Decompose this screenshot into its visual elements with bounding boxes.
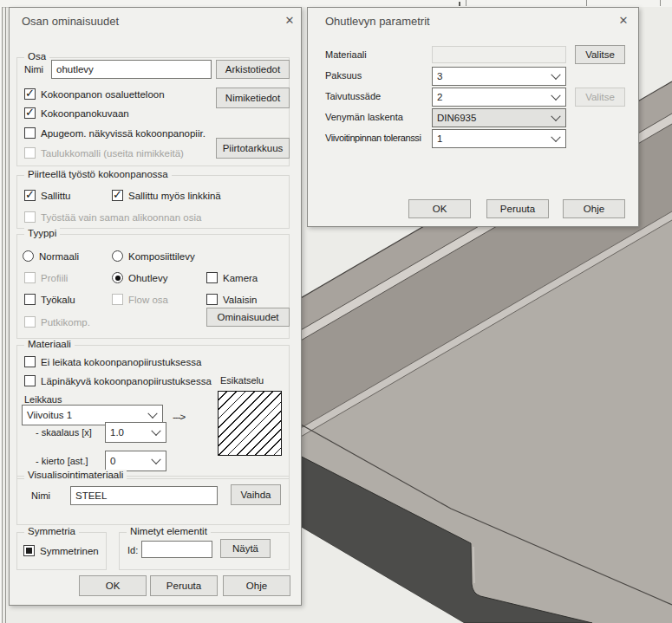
change-material-button[interactable]: Vaihda bbox=[231, 484, 281, 505]
hatch-scale-select[interactable]: 1.0 bbox=[105, 422, 166, 443]
checkbox-camera[interactable]: Kamera bbox=[206, 272, 258, 283]
select-material-button[interactable]: Valitse bbox=[575, 45, 625, 64]
thickness-label: Paksuus bbox=[325, 68, 362, 82]
id-label: Id: bbox=[127, 543, 138, 557]
group-label: Symmetria bbox=[24, 526, 79, 536]
checkbox-label: Putkikomp. bbox=[41, 317, 90, 328]
checkbox-label: Kokoonpanokuvaan bbox=[41, 108, 129, 119]
checkbox-box bbox=[24, 211, 36, 223]
checkbox-box bbox=[112, 294, 123, 305]
checkbox-box bbox=[24, 294, 36, 305]
arrow-indicator: ---> bbox=[173, 412, 185, 422]
group-label: Materiaali bbox=[24, 339, 75, 349]
radio-composite-sheet[interactable]: Komposiittilevy bbox=[112, 250, 195, 262]
part-name-input[interactable]: ohutlevy bbox=[51, 60, 212, 79]
material-input bbox=[432, 46, 566, 63]
chevron-down-icon bbox=[551, 112, 560, 121]
close-icon[interactable]: ✕ bbox=[616, 13, 631, 29]
radio-label: Normaali bbox=[39, 251, 79, 262]
chevron-down-icon bbox=[551, 133, 560, 142]
checkbox-pipe-component: Putkikomp. bbox=[24, 316, 90, 328]
checkbox-label: Valaisin bbox=[223, 295, 257, 305]
group-label: Visualisointimateriaali bbox=[24, 470, 127, 480]
name-label: Nimi bbox=[24, 62, 43, 76]
help-button[interactable]: Ohje bbox=[563, 199, 625, 218]
checkbox-assembly-partlist[interactable]: Kokoonpanon osaluetteloon bbox=[24, 88, 165, 100]
chevron-down-icon bbox=[151, 455, 160, 464]
radio-label: Komposiittilevy bbox=[128, 251, 195, 262]
radio-sheet-metal[interactable]: Ohutlevy bbox=[112, 272, 167, 283]
elongation-value: DIN6935 bbox=[437, 113, 476, 123]
checkbox-allowed-as-link[interactable]: Sallittu myös linkkinä bbox=[112, 190, 221, 201]
drawing-accuracy-button[interactable]: Piirtotarkkuus bbox=[216, 138, 290, 159]
checkbox-label: Profiili bbox=[41, 273, 68, 283]
cancel-button[interactable]: Peruuta bbox=[150, 575, 218, 596]
radio-circle bbox=[23, 250, 34, 262]
tolerance-select[interactable]: 1 bbox=[432, 129, 566, 148]
toolbar-remnant-tick bbox=[586, 0, 587, 6]
checkbox-tool[interactable]: Työkalu bbox=[24, 294, 75, 305]
close-icon[interactable]: ✕ bbox=[282, 13, 297, 29]
checkbox-label: Kokoonpanon osaluetteloon bbox=[41, 89, 165, 100]
window-edge-line bbox=[5, 7, 6, 623]
checkbox-box bbox=[24, 316, 36, 328]
tolerance-value: 1 bbox=[437, 133, 442, 144]
checkbox-profile: Profiili bbox=[24, 272, 68, 283]
checkbox-label: Kamera bbox=[223, 273, 258, 283]
item-info-button[interactable]: Nimiketiedot bbox=[216, 88, 290, 108]
elongation-select[interactable]: DIN6935 bbox=[432, 108, 566, 127]
checkbox-flow-part: Flow osa bbox=[112, 294, 168, 305]
group-label: Osa bbox=[24, 51, 49, 62]
bend-radius-select[interactable]: 2 bbox=[432, 88, 566, 107]
archive-info-button[interactable]: Arkistotiedot bbox=[216, 60, 290, 79]
thickness-select[interactable]: 3 bbox=[432, 67, 566, 86]
checkbox-label: Symmetrinen bbox=[40, 546, 99, 556]
elongation-label: Venymän laskenta bbox=[325, 110, 403, 124]
checkbox-auxgeom-visible[interactable]: Apugeom. näkyvissä kokoonpanopiir. bbox=[24, 127, 206, 139]
checkbox-symmetric[interactable]: Symmetrinen bbox=[23, 545, 99, 556]
checkbox-same-subassembly: Työstää vain saman alikoonnan osia bbox=[24, 211, 201, 223]
chevron-down-icon bbox=[151, 426, 160, 436]
toolbar-remnant-glyph bbox=[459, 2, 460, 6]
checkbox-label: Läpinäkyvä kokoonpanopiirustuksessa bbox=[41, 376, 212, 386]
hatch-rotation-value: 0 bbox=[110, 456, 115, 466]
checkbox-allowed[interactable]: Sallittu bbox=[24, 190, 71, 201]
hatch-rotation-select[interactable]: 0 bbox=[105, 451, 166, 471]
visualization-material-input[interactable]: STEEL bbox=[70, 486, 218, 505]
help-button[interactable]: Ohje bbox=[223, 575, 290, 596]
checkbox-light[interactable]: Valaisin bbox=[206, 294, 257, 305]
radio-normal[interactable]: Normaali bbox=[23, 250, 79, 262]
material-name-label: Nimi bbox=[31, 489, 50, 503]
hatch-pattern-value: Viivoitus 1 bbox=[27, 410, 72, 420]
checkbox-label: Flow osa bbox=[128, 295, 168, 305]
element-id-input[interactable] bbox=[141, 541, 212, 558]
chevron-down-icon bbox=[551, 91, 560, 101]
cancel-button[interactable]: Peruuta bbox=[486, 199, 549, 218]
preview-label: Esikatselu bbox=[220, 373, 264, 387]
rotation-label: - kierto [ast.] bbox=[36, 454, 88, 468]
checkbox-assembly-drawing[interactable]: Kokoonpanokuvaan bbox=[24, 107, 129, 119]
toolbar-remnant-tick bbox=[660, 0, 661, 6]
checkbox-no-cut-assembly-drawing[interactable]: Ei leikata kokoonpanopiirustuksessa bbox=[24, 356, 201, 367]
checkbox-box bbox=[24, 127, 36, 139]
checkbox-label: Työstää vain saman alikoonnan osia bbox=[41, 212, 201, 223]
dialog-title: Osan ominaisuudet bbox=[22, 15, 119, 28]
ok-button[interactable]: OK bbox=[408, 199, 471, 218]
checkbox-transparent-assembly-drawing[interactable]: Läpinäkyvä kokoonpanopiirustuksessa bbox=[24, 375, 212, 386]
checkbox-label: Työkalu bbox=[41, 295, 75, 305]
checkbox-label: Ei leikata kokoonpanopiirustuksessa bbox=[41, 357, 201, 367]
checkbox-box bbox=[24, 272, 36, 283]
checkbox-box bbox=[24, 107, 36, 119]
checkbox-table-model: Taulukkomalli (useita nimikkeitä) bbox=[24, 147, 184, 159]
checkbox-box bbox=[24, 147, 36, 159]
checkbox-box bbox=[24, 88, 36, 100]
checkbox-box bbox=[112, 190, 123, 201]
sheet-metal-parameters-dialog: Ohutlevyn parametrit ✕ Materiaali Valits… bbox=[307, 7, 639, 227]
show-button[interactable]: Näytä bbox=[220, 539, 271, 558]
bend-radius-label: Taivutussäde bbox=[325, 89, 381, 103]
properties-button[interactable]: Ominaisuudet bbox=[206, 308, 290, 327]
checkbox-label: Sallittu bbox=[41, 191, 71, 201]
window-edge-line bbox=[2, 7, 3, 623]
ok-button[interactable]: OK bbox=[79, 575, 147, 596]
chevron-down-icon bbox=[551, 70, 560, 80]
